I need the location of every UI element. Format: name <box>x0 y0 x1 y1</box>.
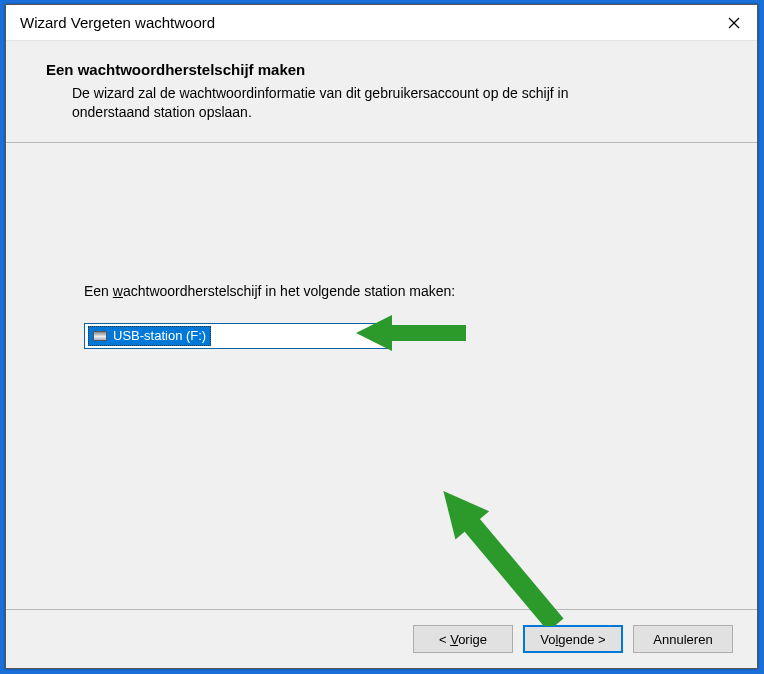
content-panel: Een wachtwoordherstelschijf in het volge… <box>6 143 757 610</box>
drive-select-text: USB-station (F:) <box>113 328 206 343</box>
drive-icon <box>93 331 107 341</box>
header-heading: Een wachtwoordherstelschijf maken <box>46 61 717 78</box>
drive-select[interactable]: USB-station (F:) <box>84 323 392 349</box>
titlebar: Wizard Vergeten wachtwoord <box>6 5 757 41</box>
window-title: Wizard Vergeten wachtwoord <box>20 14 215 31</box>
cancel-button[interactable]: Annuleren <box>633 625 733 653</box>
header-panel: Een wachtwoordherstelschijf maken De wiz… <box>6 41 757 143</box>
back-button[interactable]: < Vorige <box>413 625 513 653</box>
next-button[interactable]: Volgende > <box>523 625 623 653</box>
close-button[interactable] <box>711 5 757 41</box>
chevron-down-icon <box>373 331 383 341</box>
header-description: De wizard zal de wachtwoordinformatie va… <box>46 84 646 122</box>
close-icon <box>728 17 740 29</box>
drive-select-value: USB-station (F:) <box>88 326 211 346</box>
drive-select-label: Een wachtwoordherstelschijf in het volge… <box>84 283 717 299</box>
footer-buttons: < Vorige Volgende > Annuleren <box>6 610 757 668</box>
wizard-window: Wizard Vergeten wachtwoord Een wachtwoor… <box>5 4 758 669</box>
